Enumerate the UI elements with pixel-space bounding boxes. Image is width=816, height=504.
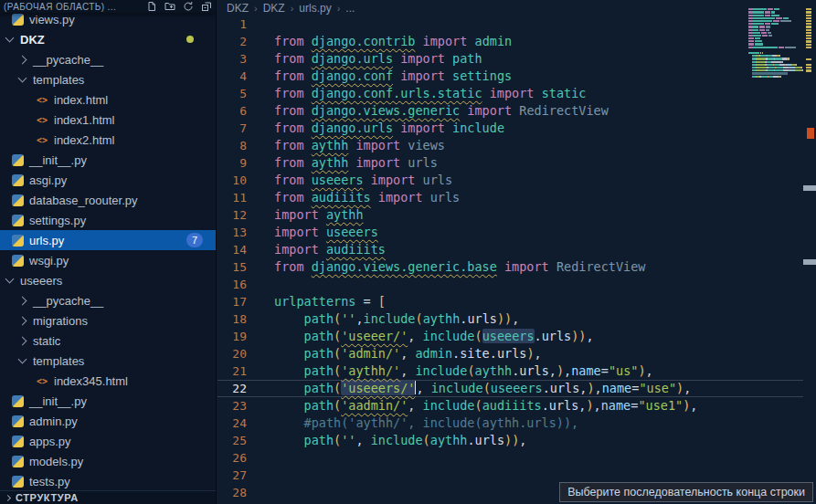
- tree-item-admin-py[interactable]: admin.py: [0, 411, 216, 431]
- line-text: from aythh import urls: [274, 154, 438, 172]
- ruler-scroll-mark: [803, 185, 816, 191]
- line-text: from django.views.generic.base import Re…: [274, 258, 645, 276]
- breadcrumb-item-1[interactable]: DKZ: [263, 2, 285, 15]
- tree-item-dkz[interactable]: DKZ: [0, 29, 216, 49]
- tree-item-asgi-py[interactable]: asgi.py: [0, 170, 216, 190]
- tree-item-pycache[interactable]: __pycache__: [0, 49, 216, 69]
- code-line-18[interactable]: 18 path('',include(aythh.urls)),: [217, 310, 803, 328]
- chevron-right-icon: [5, 494, 11, 500]
- tree-item-templates[interactable]: templates: [0, 69, 216, 89]
- chevron-down-icon: [18, 73, 27, 82]
- ruler-error-mark: [807, 128, 814, 139]
- html-file-icon: <>: [37, 135, 50, 145]
- tree-item-index2-html[interactable]: <>index2.html: [0, 130, 216, 150]
- new-file-icon[interactable]: [146, 1, 157, 12]
- tree-item-models-py[interactable]: models.py: [0, 451, 216, 471]
- code-line-11[interactable]: 11from audiiits import urls: [217, 189, 803, 206]
- breadcrumb-item-0[interactable]: DKZ: [227, 2, 249, 15]
- code-line-10[interactable]: 10from useeers import urls: [217, 172, 803, 189]
- code-line-3[interactable]: 3from django.urls import path: [217, 50, 803, 68]
- minimap-line: [748, 76, 805, 78]
- line-number: 4: [217, 68, 260, 85]
- line-text: from audiiits import urls: [274, 189, 460, 206]
- line-number: 9: [217, 154, 260, 172]
- code-line-2[interactable]: 2from django.contrib import admin: [217, 33, 803, 50]
- code-line-23[interactable]: 23 path('aadmin/', include(audiiits.urls…: [217, 397, 803, 415]
- code-line-4[interactable]: 4from django.conf import settings: [217, 68, 803, 85]
- code-line-22[interactable]: 22 path('useeers/', include(useeers.urls…: [217, 380, 803, 397]
- tree-item-label: useeers: [20, 274, 62, 288]
- code-line-15[interactable]: 15from django.views.generic.base import …: [217, 258, 803, 276]
- ruler-warning-mark: [806, 44, 811, 46]
- line-number: 19: [217, 328, 260, 345]
- tree-item-pycache[interactable]: __pycache__: [0, 290, 216, 310]
- code-line-20[interactable]: 20 path('admin/', admin.site.urls),: [217, 345, 803, 362]
- tree-item-label: index1.html: [54, 113, 114, 127]
- code-line-26[interactable]: 26: [217, 449, 803, 467]
- refresh-icon[interactable]: [183, 1, 194, 12]
- code-line-17[interactable]: 17urlpatterns = [: [217, 293, 803, 310]
- tree-item-tests-py[interactable]: tests.py: [0, 471, 216, 491]
- tree-item-init-py[interactable]: __init__.py: [0, 150, 216, 170]
- code-line-24[interactable]: 24 #path('aythh/', include(aythh.urls)),: [217, 415, 803, 432]
- tree-item-index345-html[interactable]: <>index345.html: [0, 371, 216, 391]
- code-line-9[interactable]: 9from aythh import urls: [217, 154, 803, 172]
- tree-item-database-roouter-py[interactable]: database_roouter.py: [0, 190, 216, 210]
- breadcrumb-item-2[interactable]: urls.py: [299, 2, 331, 15]
- chevron-down-icon: [5, 274, 15, 283]
- minimap-line: [748, 61, 805, 63]
- line-text: from django.views.generic import Redirec…: [274, 102, 609, 120]
- tree-item-label: views.py: [29, 13, 75, 26]
- tree-item-index1-html[interactable]: <>index1.html: [0, 110, 216, 130]
- line-number: 24: [217, 415, 260, 432]
- line-text: from django.conf import settings: [274, 68, 512, 85]
- code-line-25[interactable]: 25 path('', include(aythh.urls)),: [217, 432, 803, 449]
- code-line-14[interactable]: 14import audiiits: [217, 241, 803, 258]
- code-line-12[interactable]: 12import aythh: [217, 206, 803, 224]
- tree-item-static[interactable]: static: [0, 331, 216, 351]
- tree-item-index-html[interactable]: <>index.html: [0, 89, 216, 110]
- tree-item-urls-py[interactable]: urls.py7: [0, 230, 216, 250]
- tree-item-init-py[interactable]: __init__.py: [0, 391, 216, 411]
- code-line-13[interactable]: 13import useeers: [217, 224, 803, 241]
- tree-item-apps-py[interactable]: apps.py: [0, 431, 216, 451]
- code-line-21[interactable]: 21 path('aythh/', include(aythh.urls,),n…: [217, 362, 803, 380]
- minimap-line: [748, 84, 805, 86]
- python-file-icon: [12, 476, 24, 488]
- minimap[interactable]: [748, 5, 805, 87]
- code-line-6[interactable]: 6from django.views.generic import Redire…: [217, 102, 803, 120]
- chevron-right-icon: [18, 55, 27, 64]
- code-area[interactable]: 12from django.contrib import admin3from …: [217, 16, 803, 504]
- code-line-1[interactable]: 1: [217, 16, 803, 33]
- tree-item-useeers[interactable]: useeers: [0, 270, 216, 290]
- ruler-warning-mark: [806, 64, 811, 66]
- breadcrumb-item-3[interactable]: ...: [345, 2, 355, 15]
- code-line-16[interactable]: 16: [217, 276, 803, 293]
- new-folder-icon[interactable]: [164, 1, 175, 12]
- tree-item-wsgi-py[interactable]: wsgi.py: [0, 250, 216, 270]
- code-line-7[interactable]: 7from django.urls import include: [217, 120, 803, 137]
- tree-item-settings-py[interactable]: settings.py: [0, 210, 216, 230]
- line-text: from aythh import views: [274, 137, 445, 154]
- minimap-line: [748, 29, 805, 31]
- outline-section-header[interactable]: СТРУКТУРА: [0, 490, 216, 504]
- breadcrumb-separator: ›: [291, 3, 294, 14]
- code-line-8[interactable]: 8from aythh import views: [217, 137, 803, 154]
- minimap-line: [748, 35, 805, 37]
- minimap-line: [748, 58, 805, 59]
- overview-ruler[interactable]: [803, 0, 816, 504]
- chevron-down-icon: [18, 354, 27, 363]
- line-number: 20: [217, 345, 260, 362]
- tree-item-migrations[interactable]: migrations: [0, 310, 216, 331]
- tree-item-label: asgi.py: [29, 173, 67, 187]
- minimap-line: [748, 52, 805, 54]
- tree-item-templates[interactable]: templates: [0, 351, 216, 371]
- line-number: 5: [217, 85, 260, 102]
- minimap-line: [748, 11, 805, 13]
- minimap-line: [748, 49, 805, 51]
- code-line-19[interactable]: 19 path('useeer/', include(useeers.urls)…: [217, 328, 803, 345]
- line-text: urlpatterns = [: [274, 293, 386, 310]
- collapse-all-icon[interactable]: [201, 1, 212, 12]
- code-line-5[interactable]: 5from django.conf.urls.static import sta…: [217, 85, 803, 102]
- python-file-icon: [12, 174, 24, 186]
